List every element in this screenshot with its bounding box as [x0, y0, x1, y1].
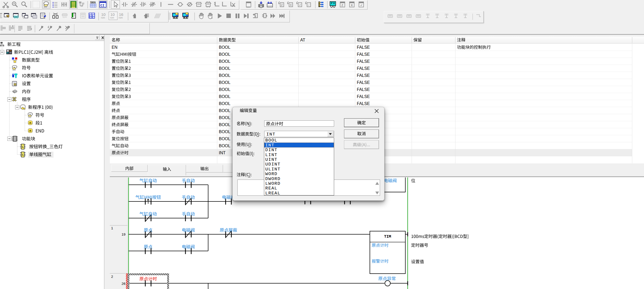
- svg-text:DINT: DINT: [265, 147, 278, 152]
- svg-text:REAL: REAL: [265, 186, 278, 191]
- svg-text:WORD: WORD: [265, 171, 278, 176]
- svg-text:LINT: LINT: [265, 152, 278, 157]
- svg-text:DWORD: DWORD: [265, 176, 281, 181]
- svg-text:LWORD: LWORD: [265, 181, 281, 186]
- svg-text:ULINT: ULINT: [265, 167, 281, 172]
- svg-text:INT: INT: [265, 143, 274, 148]
- svg-text:BOOL: BOOL: [265, 138, 278, 143]
- svg-text:UINT: UINT: [265, 157, 278, 162]
- svg-text:INT: INT: [266, 132, 275, 137]
- svg-text:UDINT: UDINT: [265, 162, 281, 167]
- svg-text:LREAL: LREAL: [265, 191, 281, 196]
